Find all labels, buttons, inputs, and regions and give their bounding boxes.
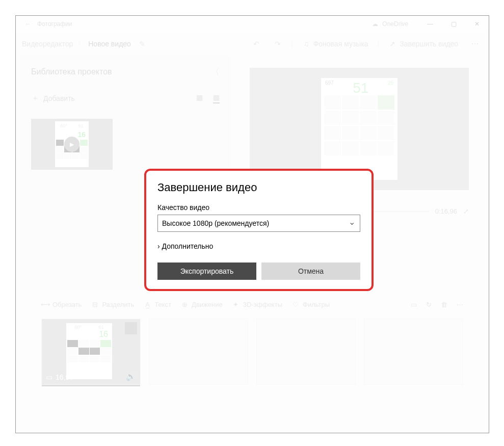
dialog-title: Завершение видео xyxy=(157,181,360,194)
advanced-toggle[interactable]: › Дополнительно xyxy=(157,242,360,250)
app-window: ← Фотографии ☁ OneDrive — ▢ ✕ Видеоредак… xyxy=(15,15,489,433)
quality-label: Качество видео xyxy=(157,203,360,212)
finish-video-dialog: Завершение видео Качество видео Высокое … xyxy=(144,169,374,291)
quality-select[interactable]: Высокое 1080p (рекомендуется) xyxy=(157,215,360,232)
chevron-right-icon: › xyxy=(157,242,160,250)
cancel-button[interactable]: Отмена xyxy=(261,263,360,280)
export-button[interactable]: Экспортировать xyxy=(157,263,256,280)
